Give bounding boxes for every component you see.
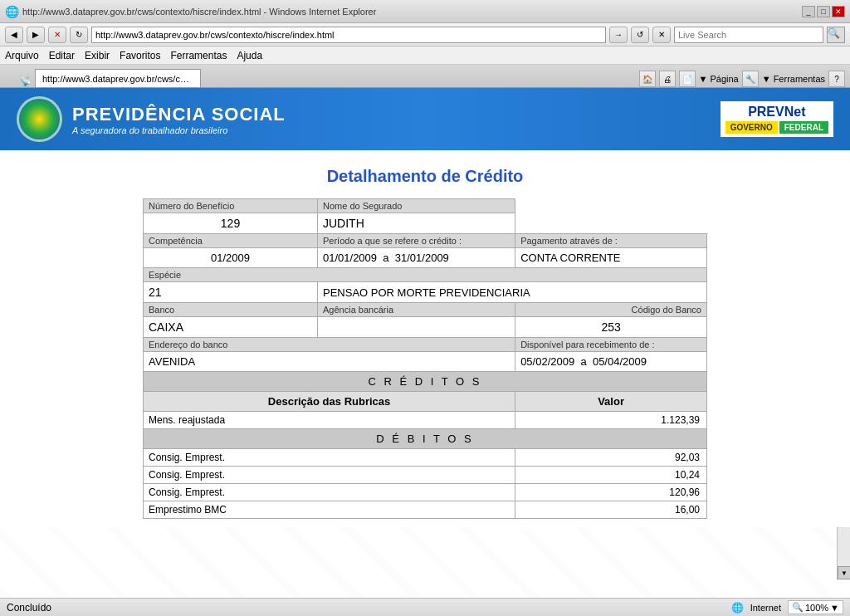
col-descricao: Descrição das Rubricas (144, 392, 515, 412)
val-cod-banco: 253 (515, 317, 707, 338)
rss-icon[interactable]: 📡 (19, 76, 32, 87)
menu-arquivo[interactable]: Arquivo (5, 50, 39, 61)
val-competencia: 01/2009 (144, 248, 318, 268)
val-agencia (318, 317, 515, 338)
minimize-button[interactable]: _ (802, 6, 815, 17)
debit-val-2: 120,96 (515, 484, 707, 501)
main-content: Detalhamento de Crédito Número do Benefí… (0, 150, 850, 527)
label-pagamento: Pagamento através de : (515, 234, 707, 248)
debit-desc-0: Consig. Emprest. (144, 449, 515, 467)
val-especie-desc: PENSAO POR MORTE PREVIDENCIARIA (318, 282, 707, 303)
val-segurado: JUDITH (318, 213, 515, 234)
val-a1: a (383, 252, 388, 264)
forward-button[interactable]: ▶ (27, 27, 45, 43)
label-segurado: Nome do Segurado (318, 199, 515, 213)
debit-desc-3: Emprestimo BMC (144, 501, 515, 519)
label-beneficio: Número do Benefício (144, 199, 318, 213)
address-bar[interactable] (91, 27, 606, 43)
title-text: http://www3.dataprev.gov.br/cws/contexto… (22, 7, 376, 17)
menu-ferramentas[interactable]: Ferramentas (170, 50, 227, 61)
browser-toolbar: ◀ ▶ ✕ ↻ → ↺ ✕ 🔍 (0, 23, 850, 46)
logo-section: PREVIDÊNCIA SOCIAL A seguradora do traba… (17, 96, 286, 142)
debits-header-row: D É B I T O S (144, 429, 707, 449)
refresh2-button[interactable]: ↺ (631, 27, 649, 43)
value-row-1: 129 JUDITH (144, 213, 707, 234)
val-disp-ate: 05/04/2009 (593, 355, 647, 368)
debit-desc-2: Consig. Emprest. (144, 484, 515, 501)
menu-exibir[interactable]: Exibir (85, 50, 110, 61)
col-valor: Valor (515, 392, 707, 412)
back-button[interactable]: ◀ (5, 27, 23, 43)
close-button[interactable]: ✕ (832, 6, 845, 17)
label-banco: Banco (144, 303, 318, 317)
menu-bar: Arquivo Editar Exibir Favoritos Ferramen… (0, 46, 850, 65)
val-especie-cod: 21 (144, 282, 318, 303)
menu-favoritos[interactable]: Favoritos (120, 50, 160, 61)
help-button[interactable]: ? (828, 71, 845, 87)
prevnet-badge: PREVNet GOVERNO FEDERAL (721, 101, 833, 137)
badge-federal: FEDERAL (779, 121, 828, 134)
value-row-2: 01/2009 01/01/2009 a 31/01/2009 CONTA CO… (144, 248, 707, 268)
tab-label: http://www3.dataprev.gov.br/cws/contexto… (42, 74, 193, 84)
debit-val-1: 10,24 (515, 467, 707, 484)
logo-title: PREVIDÊNCIA SOCIAL (72, 104, 286, 125)
label-endereco: Endereço do banco (144, 338, 515, 352)
tools-button[interactable]: 🔧 (742, 71, 759, 87)
label-competencia: Competência (144, 234, 318, 248)
debit-row-0: Consig. Emprest. 92,03 (144, 449, 707, 467)
favorites-star[interactable]: ☆ (5, 74, 16, 87)
logo-subtitle: A seguradora do trabalhador brasileiro (72, 125, 286, 135)
val-periodo-ate: 31/01/2009 (395, 252, 449, 264)
refresh-button[interactable]: ↻ (70, 27, 88, 43)
label-row-2: Competência Período a que se refere o cr… (144, 234, 707, 248)
debit-row-1: Consig. Emprest. 10,24 (144, 467, 707, 484)
val-beneficio: 129 (144, 213, 318, 234)
value-row-especie: 21 PENSAO POR MORTE PREVIDENCIARIA (144, 282, 707, 303)
credits-header-row: C R É D I T O S (144, 372, 707, 392)
prevnet-label: PREVNet (725, 105, 828, 120)
page-button[interactable]: 📄 (679, 71, 696, 87)
credit-row-0: Mens. reajustada 1.123,39 (144, 412, 707, 429)
home-button[interactable]: 🏠 (639, 71, 656, 87)
val-banco: CAIXA (144, 317, 318, 338)
label-periodo: Período a que se refere o crédito : (318, 234, 515, 248)
pagina-label[interactable]: ▼ Página (699, 74, 739, 84)
debit-val-0: 92,03 (515, 449, 707, 467)
print-button[interactable]: 🖨 (659, 71, 676, 87)
label-agencia: Agência bancária (318, 303, 515, 317)
live-search-input[interactable] (674, 27, 823, 43)
debit-val-3: 16,00 (515, 501, 707, 519)
logo-text: PREVIDÊNCIA SOCIAL A seguradora do traba… (72, 104, 286, 135)
label-row-banco: Banco Agência bancária Código do Banco (144, 303, 707, 317)
value-row-banco: CAIXA 253 (144, 317, 707, 338)
window-controls: _ □ ✕ (802, 6, 845, 17)
menu-editar[interactable]: Editar (49, 50, 75, 61)
debits-header: D É B I T O S (144, 429, 707, 449)
menu-ajuda[interactable]: Ajuda (237, 50, 262, 61)
stop-button[interactable]: ✕ (48, 27, 66, 43)
ferramentas-label[interactable]: ▼ Ferramentas (762, 74, 825, 84)
navigate-button[interactable]: → (609, 27, 628, 43)
val-a2: a (580, 355, 586, 368)
maximize-button[interactable]: □ (817, 6, 830, 17)
debit-row-2: Consig. Emprest. 120,96 (144, 484, 707, 501)
stop2-button[interactable]: ✕ (652, 27, 671, 43)
site-header: PREVIDÊNCIA SOCIAL A seguradora do traba… (0, 88, 850, 150)
tabs-bar: ☆ 📡 http://www3.dataprev.gov.br/cws/cont… (0, 65, 850, 88)
title-bar: 🌐 http://www3.dataprev.gov.br/cws/contex… (0, 0, 850, 23)
credit-desc-0: Mens. reajustada (144, 412, 515, 429)
credits-header: C R É D I T O S (144, 372, 707, 392)
label-disponivel: Disponível para recebimento de : (515, 338, 707, 352)
val-endereco: AVENIDA (144, 352, 515, 372)
prevnet-bottom: GOVERNO FEDERAL (725, 121, 828, 134)
page-content: PREVIDÊNCIA SOCIAL A seguradora do traba… (0, 88, 850, 598)
scroll-down-button[interactable]: ▼ (838, 566, 850, 579)
val-disp-de: 05/02/2009 (520, 355, 574, 368)
active-tab[interactable]: http://www3.dataprev.gov.br/cws/contexto… (35, 69, 201, 87)
label-cod-banco: Código do Banco (515, 303, 707, 317)
debit-row-3: Emprestimo BMC 16,00 (144, 501, 707, 519)
label-row-especie: Espécie (144, 268, 707, 282)
val-periodo-de: 01/01/2009 (323, 252, 377, 264)
tab-toolbar: 🏠 🖨 📄 ▼ Página 🔧 ▼ Ferramentas ? (639, 71, 846, 87)
search-button[interactable]: 🔍 (827, 27, 845, 43)
